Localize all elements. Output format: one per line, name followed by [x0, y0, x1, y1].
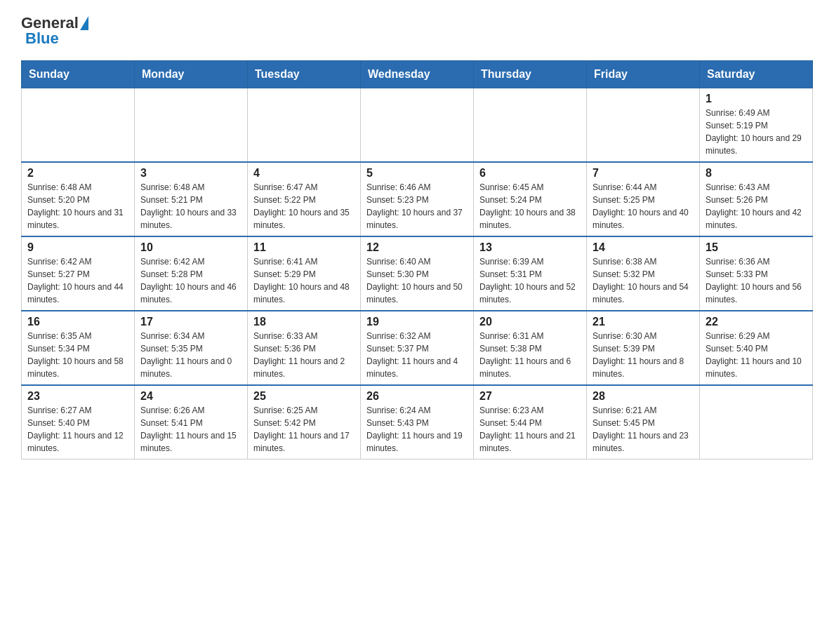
- day-number: 21: [593, 316, 694, 328]
- day-info: Sunrise: 6:42 AMSunset: 5:27 PMDaylight:…: [27, 255, 128, 306]
- weekday-header-tuesday: Tuesday: [248, 61, 361, 88]
- calendar-cell: 23Sunrise: 6:27 AMSunset: 5:40 PMDayligh…: [22, 385, 135, 459]
- calendar-cell: 20Sunrise: 6:31 AMSunset: 5:38 PMDayligh…: [474, 311, 587, 385]
- calendar-week-row: 2Sunrise: 6:48 AMSunset: 5:20 PMDaylight…: [22, 162, 813, 236]
- day-number: 15: [706, 241, 807, 254]
- day-number: 17: [140, 316, 241, 328]
- calendar-week-row: 23Sunrise: 6:27 AMSunset: 5:40 PMDayligh…: [22, 385, 813, 459]
- day-info: Sunrise: 6:41 AMSunset: 5:29 PMDaylight:…: [253, 255, 355, 306]
- calendar-cell: 11Sunrise: 6:41 AMSunset: 5:29 PMDayligh…: [248, 236, 361, 311]
- day-info: Sunrise: 6:29 AMSunset: 5:40 PMDaylight:…: [706, 330, 807, 380]
- day-info: Sunrise: 6:44 AMSunset: 5:25 PMDaylight:…: [593, 181, 694, 232]
- calendar-cell: 9Sunrise: 6:42 AMSunset: 5:27 PMDaylight…: [22, 236, 135, 311]
- calendar-cell: 3Sunrise: 6:48 AMSunset: 5:21 PMDaylight…: [135, 162, 248, 236]
- weekday-header-thursday: Thursday: [474, 61, 587, 88]
- logo-blue-text: Blue: [21, 29, 59, 48]
- day-info: Sunrise: 6:49 AMSunset: 5:19 PMDaylight:…: [706, 107, 807, 157]
- day-number: 11: [253, 241, 355, 254]
- day-number: 6: [479, 167, 581, 180]
- calendar-cell: [700, 385, 813, 459]
- weekday-header-sunday: Sunday: [22, 61, 135, 88]
- calendar-cell: 26Sunrise: 6:24 AMSunset: 5:43 PMDayligh…: [361, 385, 474, 459]
- calendar-cell: 7Sunrise: 6:44 AMSunset: 5:25 PMDaylight…: [587, 162, 700, 236]
- day-number: 26: [366, 390, 468, 403]
- calendar-cell: 12Sunrise: 6:40 AMSunset: 5:30 PMDayligh…: [361, 236, 474, 311]
- calendar-cell: 27Sunrise: 6:23 AMSunset: 5:44 PMDayligh…: [474, 385, 587, 459]
- day-number: 2: [27, 167, 128, 180]
- day-info: Sunrise: 6:33 AMSunset: 5:36 PMDaylight:…: [253, 330, 355, 380]
- calendar-week-row: 9Sunrise: 6:42 AMSunset: 5:27 PMDaylight…: [22, 236, 813, 311]
- day-info: Sunrise: 6:31 AMSunset: 5:38 PMDaylight:…: [479, 330, 581, 380]
- day-number: 16: [27, 316, 128, 328]
- day-number: 7: [593, 167, 694, 180]
- day-number: 4: [253, 167, 355, 180]
- calendar-cell: 17Sunrise: 6:34 AMSunset: 5:35 PMDayligh…: [135, 311, 248, 385]
- day-number: 18: [253, 316, 355, 328]
- weekday-header-row: SundayMondayTuesdayWednesdayThursdayFrid…: [22, 61, 813, 88]
- calendar-cell: [22, 88, 135, 163]
- day-info: Sunrise: 6:45 AMSunset: 5:24 PMDaylight:…: [479, 181, 581, 232]
- calendar-cell: [587, 88, 700, 163]
- calendar-cell: 25Sunrise: 6:25 AMSunset: 5:42 PMDayligh…: [248, 385, 361, 459]
- calendar-cell: [248, 88, 361, 163]
- calendar-cell: 18Sunrise: 6:33 AMSunset: 5:36 PMDayligh…: [248, 311, 361, 385]
- day-info: Sunrise: 6:42 AMSunset: 5:28 PMDaylight:…: [140, 255, 241, 306]
- calendar-table: SundayMondayTuesdayWednesdayThursdayFrid…: [21, 60, 813, 459]
- calendar-cell: 21Sunrise: 6:30 AMSunset: 5:39 PMDayligh…: [587, 311, 700, 385]
- day-info: Sunrise: 6:25 AMSunset: 5:42 PMDaylight:…: [253, 404, 355, 455]
- day-info: Sunrise: 6:43 AMSunset: 5:26 PMDaylight:…: [706, 181, 807, 232]
- day-info: Sunrise: 6:48 AMSunset: 5:21 PMDaylight:…: [140, 181, 241, 232]
- day-number: 5: [366, 167, 468, 180]
- day-number: 23: [27, 390, 128, 403]
- day-info: Sunrise: 6:32 AMSunset: 5:37 PMDaylight:…: [366, 330, 468, 380]
- day-info: Sunrise: 6:21 AMSunset: 5:45 PMDaylight:…: [593, 404, 694, 455]
- weekday-header-friday: Friday: [587, 61, 700, 88]
- day-info: Sunrise: 6:40 AMSunset: 5:30 PMDaylight:…: [366, 255, 468, 306]
- logo: General Blue: [21, 14, 90, 48]
- calendar-cell: 24Sunrise: 6:26 AMSunset: 5:41 PMDayligh…: [135, 385, 248, 459]
- weekday-header-wednesday: Wednesday: [361, 61, 474, 88]
- calendar-cell: 6Sunrise: 6:45 AMSunset: 5:24 PMDaylight…: [474, 162, 587, 236]
- calendar-cell: 1Sunrise: 6:49 AMSunset: 5:19 PMDaylight…: [700, 88, 813, 163]
- day-number: 19: [366, 316, 468, 328]
- day-number: 25: [253, 390, 355, 403]
- calendar-cell: 14Sunrise: 6:38 AMSunset: 5:32 PMDayligh…: [587, 236, 700, 311]
- day-number: 22: [706, 316, 807, 328]
- calendar-week-row: 16Sunrise: 6:35 AMSunset: 5:34 PMDayligh…: [22, 311, 813, 385]
- day-info: Sunrise: 6:26 AMSunset: 5:41 PMDaylight:…: [140, 404, 241, 455]
- logo-triangle-icon: [80, 16, 88, 30]
- calendar-cell: [361, 88, 474, 163]
- day-number: 27: [479, 390, 581, 403]
- day-number: 3: [140, 167, 241, 180]
- calendar-cell: 15Sunrise: 6:36 AMSunset: 5:33 PMDayligh…: [700, 236, 813, 311]
- day-number: 14: [593, 241, 694, 254]
- calendar-cell: 5Sunrise: 6:46 AMSunset: 5:23 PMDaylight…: [361, 162, 474, 236]
- weekday-header-monday: Monday: [135, 61, 248, 88]
- day-info: Sunrise: 6:38 AMSunset: 5:32 PMDaylight:…: [593, 255, 694, 306]
- page-header: General Blue: [21, 14, 813, 48]
- day-info: Sunrise: 6:34 AMSunset: 5:35 PMDaylight:…: [140, 330, 241, 380]
- day-info: Sunrise: 6:23 AMSunset: 5:44 PMDaylight:…: [479, 404, 581, 455]
- day-info: Sunrise: 6:48 AMSunset: 5:20 PMDaylight:…: [27, 181, 128, 232]
- day-info: Sunrise: 6:24 AMSunset: 5:43 PMDaylight:…: [366, 404, 468, 455]
- calendar-cell: 22Sunrise: 6:29 AMSunset: 5:40 PMDayligh…: [700, 311, 813, 385]
- day-info: Sunrise: 6:27 AMSunset: 5:40 PMDaylight:…: [27, 404, 128, 455]
- weekday-header-saturday: Saturday: [700, 61, 813, 88]
- day-number: 8: [706, 167, 807, 180]
- calendar-cell: [135, 88, 248, 163]
- day-number: 12: [366, 241, 468, 254]
- day-number: 20: [479, 316, 581, 328]
- calendar-cell: 19Sunrise: 6:32 AMSunset: 5:37 PMDayligh…: [361, 311, 474, 385]
- day-info: Sunrise: 6:46 AMSunset: 5:23 PMDaylight:…: [366, 181, 468, 232]
- day-info: Sunrise: 6:35 AMSunset: 5:34 PMDaylight:…: [27, 330, 128, 380]
- day-info: Sunrise: 6:47 AMSunset: 5:22 PMDaylight:…: [253, 181, 355, 232]
- day-info: Sunrise: 6:30 AMSunset: 5:39 PMDaylight:…: [593, 330, 694, 380]
- calendar-week-row: 1Sunrise: 6:49 AMSunset: 5:19 PMDaylight…: [22, 88, 813, 163]
- day-number: 9: [27, 241, 128, 254]
- calendar-cell: [474, 88, 587, 163]
- calendar-cell: 8Sunrise: 6:43 AMSunset: 5:26 PMDaylight…: [700, 162, 813, 236]
- calendar-cell: 13Sunrise: 6:39 AMSunset: 5:31 PMDayligh…: [474, 236, 587, 311]
- day-number: 13: [479, 241, 581, 254]
- calendar-cell: 28Sunrise: 6:21 AMSunset: 5:45 PMDayligh…: [587, 385, 700, 459]
- day-info: Sunrise: 6:36 AMSunset: 5:33 PMDaylight:…: [706, 255, 807, 306]
